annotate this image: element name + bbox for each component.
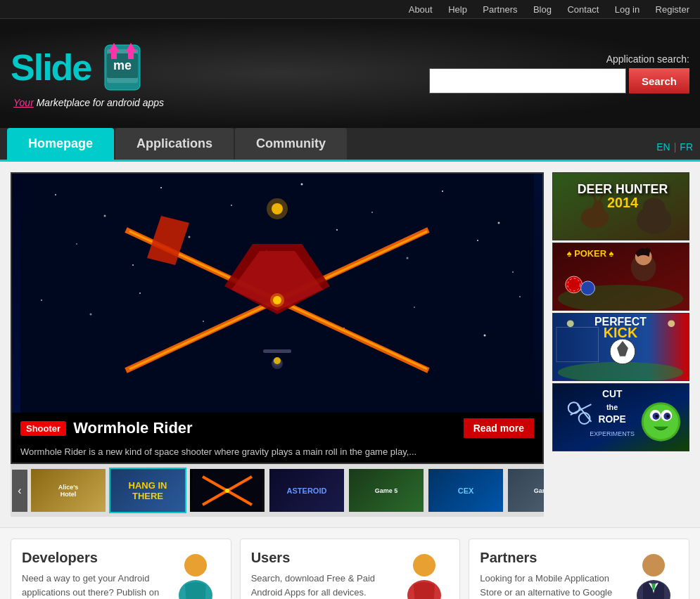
svg-point-7 <box>55 194 56 195</box>
svg-text:KICK: KICK <box>604 325 638 340</box>
svg-point-17 <box>189 236 191 238</box>
thumbnail-6[interactable]: Game 7 <box>507 468 544 513</box>
svg-point-20 <box>407 257 409 259</box>
top-nav: About Help Partners Blog Contact Log in … <box>0 0 700 19</box>
users-body: Search, download Free & Paid Android App… <box>251 572 393 599</box>
users-card: Users Search, download Free & Paid Andro… <box>240 539 461 599</box>
nav-about[interactable]: About <box>405 3 436 16</box>
users-title: Users <box>251 550 393 566</box>
svg-point-54 <box>592 200 604 214</box>
logo-tagline: Your Marketplace for android apps <box>11 97 164 108</box>
svg-point-26 <box>203 321 204 322</box>
users-text: Users Search, download Free & Paid Andro… <box>251 550 393 599</box>
logo-row: Slide me <box>11 39 164 96</box>
svg-point-42 <box>274 357 281 364</box>
thumbnail-2[interactable] <box>189 468 266 513</box>
svg-point-80 <box>668 320 675 327</box>
svg-point-11 <box>301 183 303 186</box>
tab-community[interactable]: Community <box>235 128 347 160</box>
thumbnail-3[interactable]: ASTEROID <box>268 468 345 513</box>
partners-title: Partners <box>480 550 622 566</box>
prev-button[interactable]: ‹ <box>12 470 27 512</box>
thumbnail-5[interactable]: CEX <box>427 468 504 513</box>
svg-text:me: me <box>113 58 132 72</box>
svg-point-81 <box>567 320 574 327</box>
svg-point-62 <box>643 198 666 217</box>
nav-blog[interactable]: Blog <box>530 3 555 16</box>
nav-login[interactable]: Log in <box>611 3 643 16</box>
developers-body: Need a way to get your Android applicati… <box>22 572 164 599</box>
user-avatar <box>400 550 449 599</box>
search-button[interactable]: Search <box>629 68 689 94</box>
svg-point-12 <box>371 212 373 213</box>
genre-badge: Shooter <box>20 421 66 436</box>
svg-point-44 <box>270 293 284 307</box>
svg-point-25 <box>139 292 141 294</box>
nav-contact[interactable]: Contact <box>564 3 602 16</box>
search-label: Application search: <box>606 53 689 65</box>
thumbnail-0[interactable]: Alice'sHotel <box>30 468 107 513</box>
svg-point-15 <box>76 243 77 245</box>
developers-title: Developers <box>22 550 164 566</box>
partners-card: Partners Looking for a Mobile Applicatio… <box>469 539 689 599</box>
svg-text:2014: 2014 <box>607 195 638 210</box>
main-content: Shooter Wormhole Rider Read more Wormhol… <box>0 162 700 527</box>
svg-point-103 <box>642 554 665 577</box>
svg-point-30 <box>484 335 486 337</box>
svg-point-9 <box>160 187 162 188</box>
svg-point-50 <box>225 489 229 493</box>
svg-point-99 <box>184 554 207 577</box>
partners-text: Partners Looking for a Mobile Applicatio… <box>480 550 622 599</box>
nav-register[interactable]: Register <box>652 3 693 16</box>
developers-text: Developers Need a way to get your Androi… <box>22 550 164 599</box>
nav-tabs: Homepage Applications Community EN | FR <box>0 128 700 162</box>
svg-point-94 <box>666 415 669 418</box>
svg-text:EXPERIMENTS: EXPERIMENTS <box>590 430 635 437</box>
tab-applications[interactable]: Applications <box>115 128 234 160</box>
nav-help[interactable]: Help <box>445 3 471 16</box>
svg-point-8 <box>104 215 106 217</box>
lang-separator: | <box>674 141 677 153</box>
svg-text:ROPE: ROPE <box>599 413 626 425</box>
logo-icon: me <box>94 39 151 96</box>
search-input[interactable] <box>429 68 626 94</box>
thumbnail-strip: ‹ Alice'sHotel HANG INTHERE <box>11 464 544 517</box>
svg-text:♠ POKER ♠: ♠ POKER ♠ <box>567 248 614 259</box>
sidebar-game-rope[interactable]: CUT the ROPE EXPERIMENTS <box>552 383 689 451</box>
tab-homepage[interactable]: Homepage <box>7 128 114 160</box>
thumbnail-4[interactable]: Game 5 <box>348 468 425 513</box>
svg-point-14 <box>498 222 500 224</box>
game-description: Wormhole Rider is a new kind of space sh… <box>20 446 534 457</box>
tagline-your: Your <box>13 97 34 108</box>
svg-point-29 <box>414 307 415 308</box>
thumbnail-1[interactable]: HANG INTHERE <box>109 468 186 513</box>
svg-point-23 <box>41 300 42 301</box>
bottom-section: Developers Need a way to get your Androi… <box>0 527 700 599</box>
header: Slide me Your Marketplace for android ap… <box>0 19 700 128</box>
svg-text:CUT: CUT <box>602 388 623 399</box>
game-title: Wormhole Rider <box>73 419 193 437</box>
partners-body: Looking for a Mobile Application Store o… <box>480 572 622 599</box>
svg-text:the: the <box>606 403 618 411</box>
svg-point-93 <box>655 415 658 418</box>
lang-fr[interactable]: FR <box>680 141 693 153</box>
svg-point-16 <box>132 264 134 266</box>
tagline-rest: Marketplace for android apps <box>37 97 164 108</box>
partner-avatar <box>629 550 678 599</box>
sidebar-game-soccer[interactable]: PERFECT KICK <box>552 313 689 381</box>
sidebar-games: DEER HUNTER 2014 <box>552 172 689 517</box>
sidebar-game-poker[interactable]: ♠ POKER ♠ <box>552 243 689 311</box>
slider-caption: Shooter Wormhole Rider Read more Wormhol… <box>12 413 542 463</box>
read-more-button[interactable]: Read more <box>464 418 534 438</box>
svg-rect-46 <box>263 349 291 353</box>
svg-point-33 <box>267 198 288 219</box>
sidebar-game-deer[interactable]: DEER HUNTER 2014 <box>552 172 689 240</box>
svg-point-22 <box>512 271 514 273</box>
svg-point-69 <box>581 281 595 295</box>
lang-en[interactable]: EN <box>656 141 670 153</box>
featured-area: Shooter Wormhole Rider Read more Wormhol… <box>11 172 544 517</box>
svg-point-21 <box>477 240 478 241</box>
slider-main-image <box>12 174 542 413</box>
svg-point-10 <box>231 205 232 206</box>
nav-partners[interactable]: Partners <box>479 3 521 16</box>
